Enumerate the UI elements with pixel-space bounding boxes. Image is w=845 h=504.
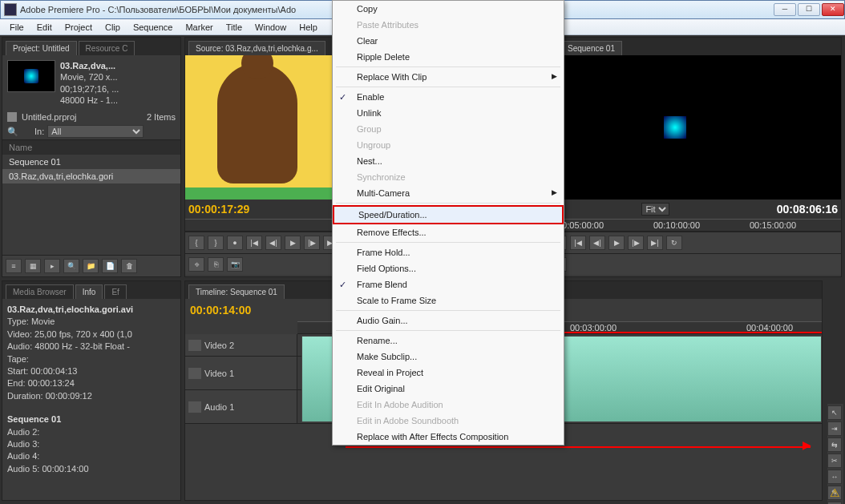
list-item-clip[interactable]: 03.Raz,dva,tri,elochka.gori — [2, 169, 180, 183]
tab-info[interactable]: Info — [75, 284, 103, 299]
name-header[interactable]: Name — [2, 140, 180, 155]
menu-edit[interactable]: Edit — [30, 21, 59, 34]
selection-tool[interactable]: ↖ — [827, 405, 842, 420]
menu-help[interactable]: Help — [293, 21, 324, 34]
track-head-v1[interactable]: Video 1 — [185, 357, 297, 389]
step-back-button[interactable]: ◀| — [265, 236, 281, 250]
step-back-button[interactable]: ◀| — [589, 236, 605, 250]
info-line: Audio: 48000 Hz - 32-bit Float - — [7, 341, 130, 351]
new-item-button[interactable]: 📄 — [102, 259, 118, 273]
info-tabs: Media Browser Info Ef — [2, 281, 180, 299]
info-title: 03.Raz,dva,tri,elochka.gori.avi — [7, 304, 133, 314]
menu-item-reveal-in-project[interactable]: Reveal in Project — [333, 365, 564, 381]
project-file: Untitled.prproj — [22, 112, 76, 122]
delete-button[interactable]: 🗑 — [121, 259, 137, 273]
warning-icon[interactable]: ⚠ — [830, 486, 840, 499]
menu-item-nest[interactable]: Nest... — [333, 153, 564, 169]
marker-button[interactable]: ● — [227, 236, 243, 250]
check-icon: ✓ — [339, 92, 346, 103]
automate-button[interactable]: ▸ — [44, 259, 60, 273]
clip-line3: 48000 Hz - 1... — [60, 95, 118, 105]
menu-file[interactable]: File — [3, 21, 30, 34]
premiere-icon — [24, 69, 38, 83]
find-button[interactable]: 🔍 — [63, 259, 79, 273]
premiere-logo — [664, 116, 686, 139]
zoom-select[interactable]: Fit — [641, 203, 669, 216]
menu-marker[interactable]: Marker — [179, 21, 219, 34]
eye-icon[interactable] — [188, 340, 201, 351]
eye-icon[interactable] — [188, 368, 201, 379]
goto-out-button[interactable]: ▶| — [647, 236, 663, 250]
close-button[interactable]: ✕ — [822, 3, 844, 16]
list-item-sequence[interactable]: Sequence 01 — [2, 155, 180, 169]
context-menu: CopyPaste AttributesClearRipple DeleteRe… — [332, 0, 564, 446]
overwrite-button[interactable]: ⎘ — [208, 257, 224, 272]
maximize-button[interactable]: ☐ — [798, 3, 820, 16]
app-icon — [4, 3, 17, 16]
insert-button[interactable]: ⎆ — [188, 257, 204, 272]
track-head-a1[interactable]: Audio 1 — [185, 390, 297, 423]
new-bin-button[interactable]: 📁 — [83, 259, 99, 273]
timeline-tc[interactable]: 00:00:14:00 — [190, 304, 251, 317]
step-fwd-button[interactable]: |▶ — [628, 236, 644, 250]
razor-tool[interactable]: ✂ — [827, 454, 842, 468]
menu-item-frame-hold[interactable]: Frame Hold... — [333, 244, 564, 260]
ripple-tool[interactable]: ⇆ — [827, 437, 842, 452]
list-view-button[interactable]: ≡ — [6, 259, 22, 273]
icon-view-button[interactable]: ▦ — [25, 259, 41, 273]
menu-title[interactable]: Title — [220, 21, 249, 34]
info-line: Tape: — [7, 354, 29, 364]
menu-project[interactable]: Project — [59, 21, 99, 34]
slip-tool[interactable]: ↔ — [827, 470, 842, 484]
tab-resource[interactable]: Resource C — [79, 41, 135, 55]
menu-item-replace-with-clip[interactable]: Replace With Clip▶ — [333, 69, 564, 85]
menu-separator — [336, 330, 560, 331]
goto-in-button[interactable]: |◀ — [570, 236, 586, 250]
tab-effects[interactable]: Ef — [104, 284, 126, 299]
menu-item-clear[interactable]: Clear — [333, 33, 564, 49]
menu-item-multi-camera[interactable]: Multi-Camera▶ — [333, 185, 564, 201]
track-select-tool[interactable]: ⇥ — [827, 421, 842, 436]
export-frame-button[interactable]: 📷 — [227, 257, 243, 272]
menu-item-edit-in-adobe-audition: Edit In Adobe Audition — [333, 397, 564, 413]
submenu-arrow-icon: ▶ — [552, 72, 557, 80]
track-head-v2[interactable]: Video 2 — [185, 334, 297, 356]
menu-item-replace-with-after-effects-composition[interactable]: Replace with After Effects Composition — [333, 429, 564, 445]
menu-clip[interactable]: Clip — [99, 21, 127, 34]
loop-button[interactable]: ↻ — [666, 236, 682, 250]
in-point-button[interactable]: { — [188, 236, 204, 250]
step-fwd-button[interactable]: |▶ — [304, 236, 320, 250]
menu-sequence[interactable]: Sequence — [127, 21, 180, 34]
out-point-button[interactable]: } — [208, 236, 224, 250]
menu-item-remove-effects[interactable]: Remove Effects... — [333, 224, 564, 240]
speaker-icon[interactable] — [188, 401, 201, 413]
project-list: Name Sequence 01 03.Raz,dva,tri,elochka.… — [2, 139, 180, 183]
menu-item-frame-blend[interactable]: Frame Blend✓ — [333, 276, 564, 292]
tab-source[interactable]: Source: 03.Raz,dva,tri,elochka.g... — [188, 41, 325, 55]
menu-item-speed-duration[interactable]: Speed/Duration... — [333, 205, 564, 224]
tab-media-browser[interactable]: Media Browser — [6, 284, 74, 299]
find-icon[interactable]: 🔍 — [7, 127, 18, 137]
menu-item-edit-original[interactable]: Edit Original — [333, 381, 564, 397]
play-button[interactable]: ▶ — [608, 236, 625, 250]
menu-item-enable[interactable]: Enable✓ — [333, 89, 564, 105]
menu-item-copy[interactable]: Copy — [333, 1, 564, 17]
info-line: Audio 3: — [7, 439, 39, 449]
tab-project[interactable]: Project: Untitled — [6, 41, 77, 55]
source-tc-left[interactable]: 00:00:17:29 — [188, 203, 249, 216]
tab-program[interactable]: Sequence 01 — [560, 41, 622, 55]
menu-item-field-options[interactable]: Field Options... — [333, 260, 564, 276]
menu-item-make-subclip[interactable]: Make Subclip... — [333, 349, 564, 365]
menu-window[interactable]: Window — [249, 21, 293, 34]
menu-item-scale-to-frame-size[interactable]: Scale to Frame Size — [333, 292, 564, 308]
goto-in-button[interactable]: |◀ — [246, 236, 262, 250]
in-select[interactable]: All — [47, 125, 144, 138]
menu-item-rename[interactable]: Rename... — [333, 333, 564, 349]
menu-item-audio-gain[interactable]: Audio Gain... — [333, 312, 564, 329]
minimize-button[interactable]: ─ — [774, 3, 796, 16]
menu-item-ripple-delete[interactable]: Ripple Delete — [333, 49, 564, 65]
play-button[interactable]: ▶ — [285, 236, 301, 250]
tab-timeline[interactable]: Timeline: Sequence 01 — [188, 284, 285, 299]
menu-item-unlink[interactable]: Unlink — [333, 105, 564, 121]
project-thumbnail[interactable] — [7, 60, 55, 92]
